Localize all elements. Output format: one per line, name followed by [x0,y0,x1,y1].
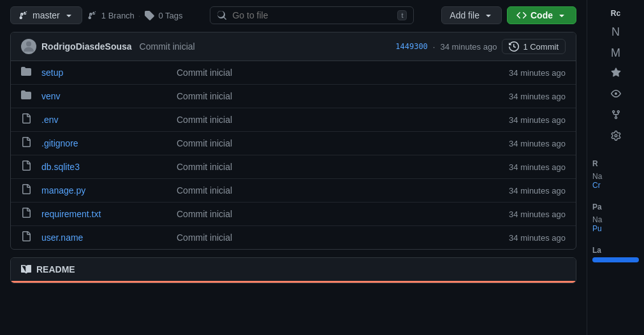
branch-count-label: 1 Branch [101,11,135,20]
file-name[interactable]: setup [41,68,169,78]
file-time: 34 minutes ago [502,68,566,78]
file-time: 34 minutes ago [502,186,566,196]
fork-icon[interactable] [608,107,624,125]
main-content: master 1 Branch · 0 Tags t [0,0,587,335]
nav-icon-1[interactable]: N [609,23,622,41]
table-row: user.nameCommit inicial34 minutes ago [11,226,576,249]
right-sidebar: Rc N M R Na Cr Pa Na P [587,0,644,335]
table-row: .gitignoreCommit inicial34 minutes ago [11,132,576,155]
file-commit-message: Commit inicial [177,115,494,125]
table-row: venvCommit inicial34 minutes ago [11,85,576,108]
repo-box: RodrigoDiasdeSousa Commit inicial 144930… [10,32,576,250]
sidebar-r-title: R [592,159,639,168]
code-label: Code [531,10,553,20]
sidebar-lang-title: La [592,246,639,255]
sidebar-lang-section: La [592,246,639,262]
file-time: 34 minutes ago [502,115,566,125]
sidebar-icon-group: Rc N M [592,6,639,146]
file-time: 34 minutes ago [502,210,566,219]
file-commit-message: Commit inicial [177,162,494,172]
eye-icon[interactable] [608,86,624,104]
readme-box: README [10,257,576,283]
branch-icon [18,10,29,20]
sidebar-p-link[interactable]: Pu [592,224,639,233]
sidebar-r-link[interactable]: Cr [592,181,639,190]
divider: · [138,11,141,20]
readme-header: README [11,258,576,283]
file-commit-message: Commit inicial [177,209,494,219]
file-icon [21,137,34,150]
file-commit-message: Commit inicial [177,91,494,101]
file-list: setupCommit inicial34 minutes agovenvCom… [11,61,576,249]
branch-count-icon [87,10,98,20]
code-icon [516,10,527,20]
branch-label: master [33,10,60,20]
table-row: .envCommit inicial34 minutes ago [11,108,576,132]
folder-icon [21,66,34,79]
file-time: 34 minutes ago [502,92,566,101]
sidebar-section-p: Pa Na Pu [592,203,639,233]
branch-tag-area: 1 Branch · 0 Tags [87,10,183,20]
table-row: setupCommit inicial34 minutes ago [11,61,576,85]
search-input[interactable] [232,10,392,20]
code-button[interactable]: Code [507,6,576,24]
folder-icon [21,90,34,103]
sidebar-r-name: Na [592,172,602,181]
file-icon [21,208,34,220]
file-name[interactable]: .gitignore [41,138,169,148]
file-commit-message: Commit inicial [177,68,494,78]
svg-point-0 [26,41,31,46]
file-time: 34 minutes ago [502,233,566,243]
chevron-down-icon [64,10,74,20]
file-time: 34 minutes ago [502,162,566,172]
file-name[interactable]: venv [41,91,169,101]
tag-icon [144,10,154,20]
table-row: manage.pyCommit inicial34 minutes ago [11,179,576,203]
nav-icon-2[interactable]: M [608,44,623,62]
commit-meta: 1449300 · 34 minutes ago 1 Commit [395,39,566,54]
tag-count-label: 0 Tags [158,11,182,20]
branch-selector-button[interactable]: master [10,6,82,24]
file-name[interactable]: db.sqlite3 [41,162,169,172]
file-name[interactable]: .env [41,115,169,125]
search-kbd-badge: t [397,10,407,20]
file-name[interactable]: requirement.txt [41,209,169,219]
commit-author-area: RodrigoDiasdeSousa Commit inicial [21,39,195,54]
file-commit-message: Commit inicial [177,232,494,243]
file-commit-message: Commit inicial [177,138,494,148]
toolbar: master 1 Branch · 0 Tags t [10,6,576,24]
commit-header: RodrigoDiasdeSousa Commit inicial 144930… [11,32,576,61]
history-icon [509,41,519,52]
file-icon [21,113,34,126]
commit-separator: · [433,42,435,52]
commit-message: Commit inicial [140,41,195,52]
commit-author-name[interactable]: RodrigoDiasdeSousa [41,41,132,52]
table-row: db.sqlite3Commit inicial34 minutes ago [11,155,576,179]
chevron-down-icon-2 [483,10,494,20]
add-file-label: Add file [450,10,479,20]
chevron-down-icon-3 [557,10,567,20]
table-row: requirement.txtCommit inicial34 minutes … [11,203,576,226]
language-bar [592,257,639,262]
search-icon [217,10,227,20]
about-label: Rc [608,6,623,20]
file-commit-message: Commit inicial [177,185,494,196]
sidebar-p-name: Na [592,215,602,224]
commit-hash[interactable]: 1449300 [395,42,428,51]
commit-count-button[interactable]: 1 Commit [502,39,566,54]
sidebar-p-title: Pa [592,203,639,211]
commit-count-label: 1 Commit [523,42,559,52]
avatar [21,39,36,54]
search-box: t [210,6,414,24]
commit-time: 34 minutes ago [440,42,497,52]
file-name[interactable]: manage.py [41,185,169,196]
star-icon[interactable] [608,65,624,83]
file-icon [21,184,34,197]
settings-icon[interactable] [608,128,624,146]
readme-title: README [36,264,75,274]
file-time: 34 minutes ago [502,139,566,148]
file-icon [21,160,34,173]
file-name[interactable]: user.name [41,232,169,243]
add-file-button[interactable]: Add file [441,6,502,24]
sidebar-section-r: R Na Cr [592,159,639,190]
